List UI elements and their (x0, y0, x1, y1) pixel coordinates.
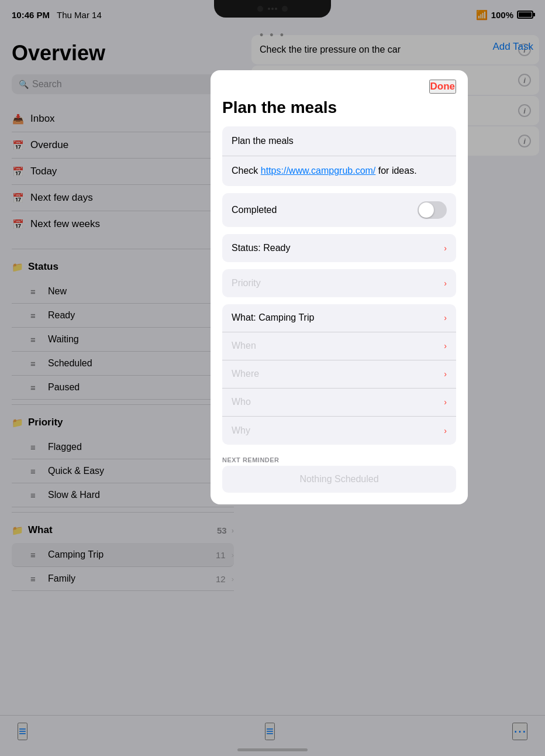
completed-card: Completed (222, 193, 456, 227)
modal-row-note[interactable]: Check https://www.campgrub.com/ for idea… (222, 156, 456, 185)
priority-card: Priority › (222, 269, 456, 297)
context-card: What: Camping Trip › When › Where › Who … (222, 304, 456, 445)
why-chevron-icon: › (444, 426, 447, 435)
when-chevron-icon: › (444, 341, 447, 350)
priority-chevron-icon: › (444, 279, 447, 288)
where-chevron-icon: › (444, 369, 447, 379)
modal-row-who[interactable]: Who › (222, 389, 456, 417)
modal-row-task-name[interactable]: Plan the meals (222, 126, 456, 156)
modal-body: Plan the meals Check https://www.campgru… (211, 126, 468, 504)
toggle-thumb (419, 202, 434, 218)
when-placeholder: When (232, 341, 256, 351)
modal-row-when[interactable]: When › (222, 332, 456, 360)
where-placeholder: Where (232, 369, 259, 379)
why-placeholder: Why (232, 425, 250, 436)
nothing-scheduled: Nothing Scheduled (222, 466, 456, 493)
modal-row-status[interactable]: Status: Ready › (222, 234, 456, 262)
who-chevron-icon: › (444, 397, 447, 407)
modal-done-button[interactable]: Done (429, 80, 457, 94)
note-link[interactable]: https://www.campgrub.com/ (261, 166, 376, 176)
next-reminder-section: NEXT REMINDER (222, 452, 456, 466)
modal-row-what[interactable]: What: Camping Trip › (222, 304, 456, 332)
priority-placeholder: Priority (232, 278, 261, 288)
modal-header: Done (211, 70, 468, 94)
note-text: Check https://www.campgrub.com/ for idea… (232, 164, 447, 177)
modal-sheet: Done Plan the meals Plan the meals Check… (211, 70, 468, 504)
task-name-card: Plan the meals Check https://www.campgru… (222, 126, 456, 186)
completed-toggle[interactable] (418, 201, 447, 219)
modal-title: Plan the meals (211, 94, 468, 126)
what-chevron-icon: › (444, 313, 447, 322)
task-name-text: Plan the meals (232, 135, 447, 147)
modal-row-why[interactable]: Why › (222, 417, 456, 445)
what-value: What: Camping Trip (232, 312, 314, 323)
completed-label: Completed (232, 205, 277, 215)
modal-row-where[interactable]: Where › (222, 360, 456, 389)
modal-row-priority[interactable]: Priority › (222, 269, 456, 297)
modal-row-completed[interactable]: Completed (222, 193, 456, 227)
status-value: Status: Ready (232, 243, 291, 253)
status-card: Status: Ready › (222, 234, 456, 262)
who-placeholder: Who (232, 397, 251, 407)
status-chevron-icon: › (444, 243, 447, 253)
